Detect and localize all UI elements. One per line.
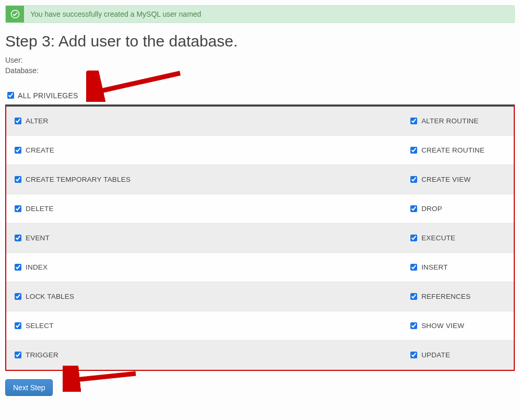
privilege-checkbox[interactable]	[15, 235, 21, 241]
svg-line-2	[70, 374, 136, 380]
database-label: Database:	[5, 66, 39, 75]
privilege-row: INDEXINSERT	[6, 253, 514, 282]
privilege-label[interactable]: CREATE VIEW	[421, 176, 470, 183]
privilege-label[interactable]: EVENT	[26, 234, 50, 242]
privilege-cell: SELECT	[6, 311, 402, 340]
success-alert-text: You have successfully created a MySQL us…	[24, 6, 207, 22]
privilege-cell: TRIGGER	[6, 341, 402, 369]
privilege-label[interactable]: ALTER ROUTINE	[421, 117, 479, 125]
privilege-checkbox[interactable]	[15, 147, 21, 154]
privileges-table: ALTERALTER ROUTINECREATECREATE ROUTINECR…	[5, 104, 515, 371]
privilege-cell: DROP	[402, 194, 514, 223]
privilege-cell: DELETE	[6, 194, 402, 223]
privilege-label[interactable]: CREATE ROUTINE	[421, 146, 484, 154]
privilege-label[interactable]: INDEX	[26, 263, 48, 271]
database-line: Database:	[5, 66, 515, 76]
privilege-label[interactable]: TRIGGER	[26, 351, 58, 359]
privilege-label[interactable]: LOCK TABLES	[26, 293, 74, 300]
privilege-label[interactable]: SELECT	[26, 322, 54, 330]
privilege-label[interactable]: UPDATE	[421, 351, 450, 359]
privilege-checkbox[interactable]	[410, 264, 417, 271]
privilege-checkbox[interactable]	[410, 322, 417, 329]
user-label: User:	[5, 56, 22, 64]
user-line: User:	[5, 55, 515, 66]
privilege-cell: ALTER ROUTINE	[402, 107, 514, 135]
privilege-checkbox[interactable]	[410, 205, 417, 212]
privilege-checkbox[interactable]	[410, 118, 417, 124]
privilege-cell: REFERENCES	[402, 282, 514, 311]
privilege-row: CREATECREATE ROUTINE	[6, 136, 514, 165]
privilege-cell: UPDATE	[402, 341, 514, 369]
privilege-checkbox[interactable]	[410, 176, 417, 183]
privilege-row: SELECTSHOW VIEW	[6, 311, 514, 341]
privilege-row: ALTERALTER ROUTINE	[6, 107, 514, 136]
privilege-row: LOCK TABLESREFERENCES	[6, 282, 514, 311]
privilege-cell: CREATE ROUTINE	[402, 136, 514, 165]
privilege-cell: INSERT	[402, 253, 514, 282]
privilege-checkbox[interactable]	[410, 235, 417, 241]
privilege-row: CREATE TEMPORARY TABLESCREATE VIEW	[6, 165, 514, 194]
privilege-label[interactable]: SHOW VIEW	[421, 322, 464, 330]
next-step-button[interactable]: Next Step	[5, 379, 53, 396]
privilege-checkbox[interactable]	[15, 118, 21, 124]
all-privileges-label[interactable]: ALL PRIVILEGES	[18, 91, 78, 100]
privilege-checkbox[interactable]	[15, 264, 21, 271]
privilege-cell: INDEX	[6, 253, 402, 282]
privilege-checkbox[interactable]	[15, 176, 21, 183]
privilege-label[interactable]: CREATE TEMPORARY TABLES	[26, 176, 131, 183]
all-privileges-checkbox[interactable]	[7, 92, 14, 99]
privilege-cell: LOCK TABLES	[6, 282, 402, 311]
success-check-icon	[6, 6, 24, 22]
privilege-label[interactable]: REFERENCES	[421, 293, 470, 300]
privilege-checkbox[interactable]	[15, 205, 21, 212]
privilege-checkbox[interactable]	[15, 352, 21, 358]
privilege-row: EVENTEXECUTE	[6, 224, 514, 253]
success-alert: You have successfully created a MySQL us…	[5, 5, 515, 23]
page-title: Step 3: Add user to the database.	[5, 32, 515, 50]
privilege-checkbox[interactable]	[15, 322, 21, 329]
privilege-row: TRIGGERUPDATE	[6, 341, 514, 370]
privilege-label[interactable]: DELETE	[26, 205, 54, 213]
all-privileges-row: ALL PRIVILEGES	[5, 90, 515, 100]
privilege-cell: SHOW VIEW	[402, 311, 514, 340]
privilege-cell: CREATE	[6, 136, 402, 165]
privilege-label[interactable]: INSERT	[421, 263, 447, 271]
privilege-checkbox[interactable]	[410, 147, 417, 154]
privilege-cell: EXECUTE	[402, 224, 514, 252]
privilege-cell: CREATE VIEW	[402, 165, 514, 194]
privilege-checkbox[interactable]	[410, 352, 417, 358]
privilege-label[interactable]: CREATE	[26, 146, 54, 154]
privilege-cell: EVENT	[6, 224, 402, 252]
privilege-label[interactable]: DROP	[421, 205, 442, 213]
privilege-checkbox[interactable]	[410, 293, 417, 300]
privilege-row: DELETEDROP	[6, 194, 514, 224]
privilege-cell: ALTER	[6, 107, 402, 135]
svg-line-1	[94, 73, 180, 92]
privilege-checkbox[interactable]	[15, 293, 21, 300]
privilege-label[interactable]: ALTER	[26, 117, 49, 125]
privilege-label[interactable]: EXECUTE	[421, 234, 455, 242]
privilege-cell: CREATE TEMPORARY TABLES	[6, 165, 402, 194]
